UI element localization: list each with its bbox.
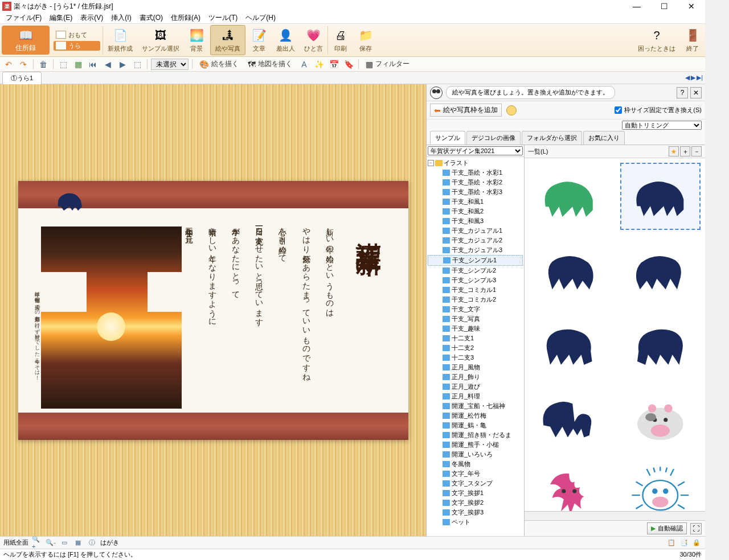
tree-item[interactable]: 干支_カジュアル2 xyxy=(428,236,523,245)
redo-button[interactable]: ↷ xyxy=(17,58,30,71)
menu-view[interactable]: 表示(V) xyxy=(77,12,107,24)
menu-addressbook[interactable]: 住所録(A) xyxy=(167,12,204,24)
hitokoto-button[interactable]: 💗ひと言 xyxy=(300,24,327,56)
info-button[interactable]: ⓘ xyxy=(87,538,97,548)
crop-button[interactable]: ⬚ xyxy=(131,58,144,71)
back-side-button[interactable]: うら xyxy=(54,41,100,51)
collapse-icon[interactable]: − xyxy=(428,160,434,166)
menu-tools[interactable]: ツール(T) xyxy=(205,12,241,24)
view-mode-2-button[interactable]: ▦ xyxy=(73,538,83,548)
thumbnail-cow-7[interactable] xyxy=(529,385,610,452)
thumbnail-cow-2[interactable] xyxy=(620,163,701,230)
select-tool-button[interactable]: ⬚ xyxy=(57,58,69,71)
first-button[interactable]: ⏮ xyxy=(87,58,99,71)
tree-item[interactable]: 干支_文字 xyxy=(428,304,523,314)
tab-folder[interactable]: フォルダから選択 xyxy=(522,131,582,145)
stamp-button[interactable]: 🔖 xyxy=(342,58,355,71)
horizontal-scrollbar[interactable] xyxy=(525,511,705,520)
tree-item[interactable]: 干支_コミカル1 xyxy=(428,285,523,295)
tree-item[interactable]: 干支_シンプル1 xyxy=(428,255,523,266)
calendar-button[interactable]: 📅 xyxy=(327,58,340,71)
postcard-body5[interactable]: 本年があなたにとって xyxy=(228,222,243,405)
tree-item[interactable]: 干支_シンプル2 xyxy=(428,266,523,275)
menu-insert[interactable]: 挿入(I) xyxy=(108,12,134,24)
sender-button[interactable]: 👤差出人 xyxy=(272,24,300,56)
menu-format[interactable]: 書式(O) xyxy=(136,12,166,24)
zoom-out-page-button[interactable]: 🔍- xyxy=(46,538,56,548)
tree-item[interactable]: 干支_写真 xyxy=(428,314,523,324)
collection-select[interactable]: 年賀状デザイン集2021 xyxy=(428,146,523,155)
maximize-button[interactable]: ☐ xyxy=(653,2,675,11)
tree-item[interactable]: 開運_宝船・七福神 xyxy=(428,401,523,411)
tree-item[interactable]: 干支_墨絵・水彩3 xyxy=(428,187,523,197)
background-button[interactable]: 🌅背景 xyxy=(184,24,209,56)
copy-button[interactable]: 📑 xyxy=(679,538,689,548)
help-button[interactable]: ?困ったときは xyxy=(633,24,680,56)
undo-button[interactable]: ↶ xyxy=(2,58,15,71)
tree-item[interactable]: 干支_和風3 xyxy=(428,216,523,226)
thumbnail-cow-9[interactable] xyxy=(529,459,610,511)
save-button[interactable]: 📁保存 xyxy=(353,24,378,56)
front-side-button[interactable]: おもて xyxy=(54,30,100,40)
thumbnail-cow-8[interactable] xyxy=(620,385,701,452)
tab-digicolle[interactable]: デジコレの画像 xyxy=(466,131,521,145)
postcard-date[interactable]: 令和三年 元旦 xyxy=(182,222,196,405)
add-image-frame-button[interactable]: ⬅絵や写真枠を追加 xyxy=(430,104,502,117)
tree-item[interactable]: 冬風物 xyxy=(428,459,523,469)
tree-item[interactable]: 干支_和風2 xyxy=(428,207,523,216)
zoom-in-button[interactable]: ＋ xyxy=(680,146,690,157)
tree-item[interactable]: 文字_挨拶3 xyxy=(428,508,523,517)
tree-item[interactable]: 開運_熊手・小槌 xyxy=(428,440,523,450)
postcard-body6[interactable]: 素晴らしい年となりますように xyxy=(205,222,219,405)
menu-help[interactable]: ヘルプ(H) xyxy=(242,12,279,24)
postcard-body4[interactable]: 一日一日を充実させたいと思っています xyxy=(252,222,267,405)
text-button[interactable]: 📝文章 xyxy=(247,24,272,56)
thumbnail-cow-10[interactable] xyxy=(620,459,701,511)
next-button[interactable]: ▶ xyxy=(116,58,129,71)
expand-button[interactable]: ⛶ xyxy=(690,523,702,534)
tree-item[interactable]: 干支_カジュアル1 xyxy=(428,226,523,236)
map-button[interactable]: 🗺地図を描く xyxy=(244,58,296,70)
thumbnail-cow-3[interactable] xyxy=(529,237,610,304)
layer-button[interactable]: 📋 xyxy=(666,538,677,548)
tree-item[interactable]: 文字_スタンプ xyxy=(428,479,523,488)
tree-root[interactable]: −イラスト xyxy=(428,158,523,168)
lock-button[interactable]: 🔒 xyxy=(691,538,702,548)
tab-next-button[interactable]: ▶ xyxy=(691,74,695,81)
grid-button[interactable]: ▦ xyxy=(72,58,84,71)
thumbnail-cow-6[interactable] xyxy=(620,311,701,378)
tree-item[interactable]: 十二支2 xyxy=(428,343,523,353)
postcard-body1[interactable]: 新しい年の始めというものは xyxy=(322,222,337,405)
category-tree[interactable]: −イラスト 干支_墨絵・水彩1干支_墨絵・水彩2干支_墨絵・水彩3干支_和風1干… xyxy=(427,157,524,536)
effect-button[interactable]: ✨ xyxy=(313,58,325,71)
panel-close-button[interactable]: ✕ xyxy=(690,87,702,98)
zoom-in-page-button[interactable]: 🔍+ xyxy=(32,538,42,548)
tree-item[interactable]: 干支_和風1 xyxy=(428,197,523,207)
new-button[interactable]: 📄新規作成 xyxy=(103,24,137,56)
menu-file[interactable]: ファイル(F) xyxy=(2,12,45,24)
delete-button[interactable]: 🗑 xyxy=(37,58,50,71)
postcard-photo[interactable] xyxy=(41,227,182,409)
tree-item[interactable]: 開運_いろいろ xyxy=(428,450,523,459)
zoom-out-button[interactable]: － xyxy=(691,146,702,157)
tree-item[interactable]: 正月_飾り xyxy=(428,372,523,382)
minimize-button[interactable]: — xyxy=(625,2,648,11)
print-button[interactable]: 🖨印刷 xyxy=(328,24,353,56)
tree-item[interactable]: 干支_趣味 xyxy=(428,324,523,333)
tree-item[interactable]: 正月_料理 xyxy=(428,392,523,401)
tree-item[interactable]: 文字_年号 xyxy=(428,469,523,479)
postcard-body2[interactable]: やはり気分があらたまっていいものですね xyxy=(299,222,313,405)
view-mode-1-button[interactable]: ▭ xyxy=(59,538,69,548)
tree-item[interactable]: 十二支3 xyxy=(428,353,523,363)
tree-item[interactable]: 干支_墨絵・水彩2 xyxy=(428,178,523,187)
fix-frame-checkbox[interactable]: 枠サイズ固定で置き換え(S) xyxy=(615,106,702,114)
prev-button[interactable]: ◀ xyxy=(101,58,114,71)
addressbook-button[interactable]: 📖 住所録 xyxy=(2,26,50,55)
tree-item[interactable]: 干支_墨絵・水彩1 xyxy=(428,168,523,178)
tree-item[interactable]: 干支_カジュアル3 xyxy=(428,245,523,255)
tab-prev-button[interactable]: ◀ xyxy=(685,74,690,81)
text-color-button[interactable]: A xyxy=(298,58,310,71)
tree-item[interactable]: 正月_風物 xyxy=(428,363,523,372)
face-button[interactable] xyxy=(506,105,517,116)
tree-item[interactable]: 干支_コミカル2 xyxy=(428,295,523,304)
